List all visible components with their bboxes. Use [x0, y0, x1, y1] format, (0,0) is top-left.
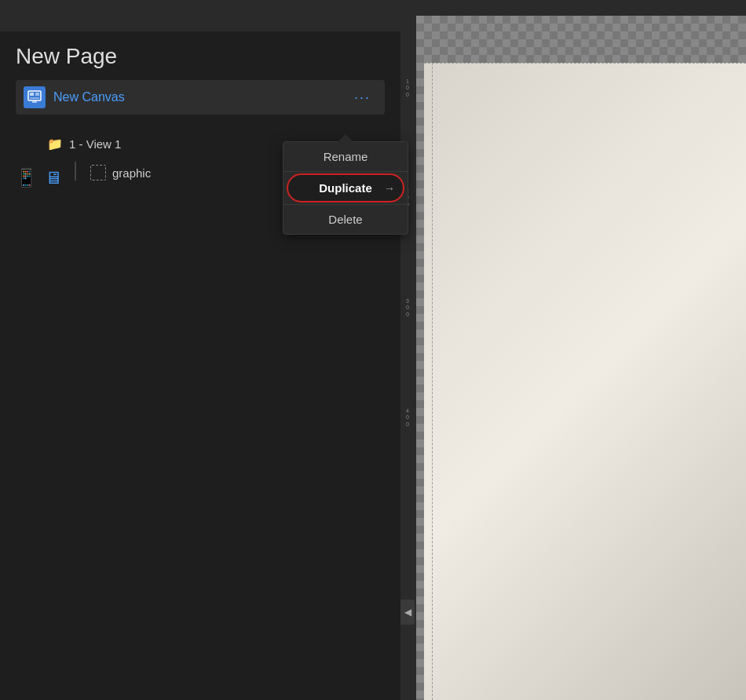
canvas-more-button[interactable]: ···	[348, 87, 377, 108]
ruler-left: 100 200 300 400	[400, 16, 416, 700]
svg-rect-3	[30, 97, 39, 99]
tree-area: 📁 1 - View 1 ··· 📱 🖥	[0, 124, 400, 193]
duplicate-menu-item[interactable]: Duplicate →	[287, 173, 404, 202]
canvas-document	[424, 63, 746, 700]
ruler-mark-300: 300	[400, 298, 415, 318]
svg-rect-2	[35, 93, 39, 96]
vertical-guide	[432, 63, 433, 700]
svg-rect-1	[30, 93, 34, 96]
mobile-icon[interactable]: 📱	[16, 168, 37, 188]
folder-icon: 📁	[47, 137, 63, 151]
graphic-name: graphic	[112, 166, 151, 180]
left-panel: New Page New Canvas ···	[0, 0, 400, 700]
svg-rect-4	[32, 101, 37, 103]
horizontal-guide-top	[424, 63, 746, 64]
ruler-top	[400, 0, 746, 16]
device-icons: 📱 🖥	[16, 162, 62, 188]
right-panel: 100 200 300 400 ◀	[400, 0, 746, 700]
graphic-icon	[90, 165, 106, 180]
collapse-panel-button[interactable]: ◀	[400, 600, 415, 625]
context-menu: Rename Duplicate → Delete	[283, 141, 408, 235]
ruler-mark-100: 100	[400, 78, 415, 98]
svg-rect-0	[28, 91, 41, 100]
menu-divider-1	[283, 171, 408, 172]
desktop-icon[interactable]: 🖥	[45, 168, 62, 188]
svg-rect-5	[33, 100, 36, 101]
ruler-mark-400: 400	[400, 408, 415, 428]
canvas-row[interactable]: New Canvas ···	[16, 80, 385, 115]
rename-menu-item[interactable]: Rename	[283, 142, 408, 171]
canvas-name: New Canvas	[53, 90, 348, 104]
device-tree-area: 📱 🖥 graphic Rename	[0, 157, 400, 193]
top-bar	[0, 0, 400, 31]
delete-menu-item[interactable]: Delete	[283, 205, 408, 234]
new-page-section: New Page New Canvas ···	[0, 31, 400, 124]
duplicate-arrow-icon: →	[384, 182, 395, 195]
app-layout: New Page New Canvas ···	[0, 0, 746, 700]
tree-vertical-line	[75, 162, 76, 180]
page-title: New Page	[16, 44, 385, 69]
canvas-icon	[24, 86, 46, 108]
